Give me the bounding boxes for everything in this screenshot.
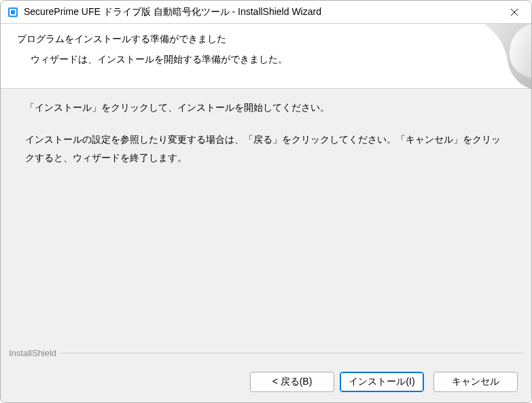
wizard-footer: < 戻る(B) インストール(I) キャンセル [1,362,531,402]
instruction-text: 「インストール」をクリックして、インストールを開始してください。 [25,102,507,114]
header-heading: プログラムをインストールする準備ができました [17,33,226,46]
header-subheading: ウィザードは、インストールを開始する準備ができました。 [31,54,287,66]
app-icon [7,7,18,18]
wizard-header: プログラムをインストールする準備ができました ウィザードは、インストールを開始す… [1,24,531,89]
install-button[interactable]: インストール(I) [340,372,424,392]
wizard-body: 「インストール」をクリックして、インストールを開始してください。 インストールの… [1,90,531,362]
brand-row: InstallShield [9,347,523,359]
titlebar: SecurePrime UFE ドライブ版 自動暗号化ツール - Install… [1,1,531,24]
note-text: インストールの設定を参照したり変更する場合は、「戻る」をクリックしてください。「… [25,130,507,167]
page-curl-decor [443,24,531,89]
separator-line [60,353,523,353]
svg-rect-2 [11,10,15,14]
close-button[interactable] [499,1,530,23]
cancel-button[interactable]: キャンセル [433,372,518,392]
brand-label: InstallShield [9,348,60,358]
back-button[interactable]: < 戻る(B) [250,372,334,392]
window-title: SecurePrime UFE ドライブ版 自動暗号化ツール - Install… [24,6,499,18]
